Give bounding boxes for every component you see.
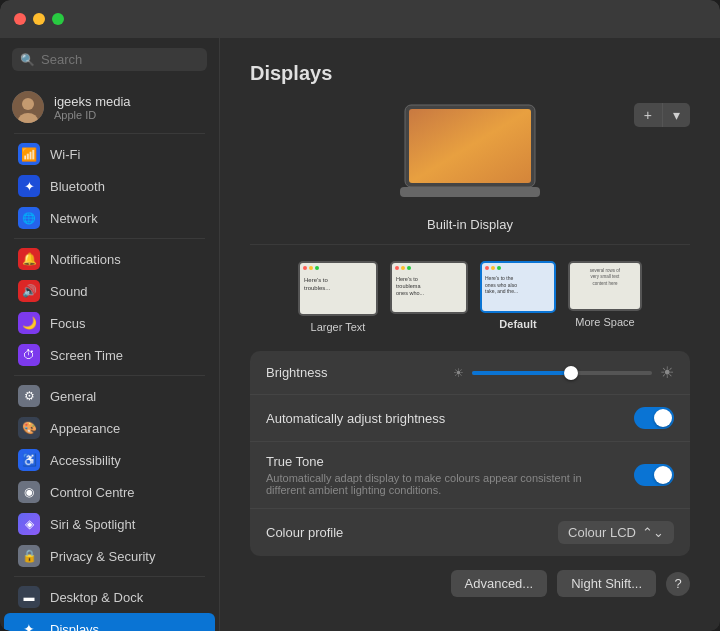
wifi-icon: 📶: [18, 143, 40, 165]
search-icon: 🔍: [20, 53, 35, 67]
titlebar: [0, 0, 720, 38]
brightness-slider[interactable]: [472, 371, 652, 375]
desktopdock-icon: ▬: [18, 586, 40, 608]
controlcentre-icon: ◉: [18, 481, 40, 503]
privacy-icon: 🔒: [18, 545, 40, 567]
sidebar-item-siri[interactable]: ◈ Siri & Spotlight: [4, 508, 215, 540]
focus-icon: 🌙: [18, 312, 40, 334]
sidebar-item-label: Appearance: [50, 421, 120, 436]
resolution-option-larger-text[interactable]: Here's totroubles... Larger Text: [298, 261, 378, 333]
advanced-button[interactable]: Advanced...: [451, 570, 548, 597]
sidebar-item-privacy[interactable]: 🔒 Privacy & Security: [4, 540, 215, 572]
night-shift-button[interactable]: Night Shift...: [557, 570, 656, 597]
search-input[interactable]: [41, 52, 199, 67]
notifications-icon: 🔔: [18, 248, 40, 270]
brightness-high-icon: ☀: [660, 363, 674, 382]
sidebar-item-general[interactable]: ⚙ General: [4, 380, 215, 412]
resolution-option-default[interactable]: Here's to theones who alsotake, and the.…: [480, 261, 556, 333]
minimize-button[interactable]: [33, 13, 45, 25]
divider: [14, 238, 205, 239]
laptop-preview: [400, 103, 540, 207]
brightness-slider-container: ☀ ☀: [453, 363, 674, 382]
auto-brightness-toggle[interactable]: [634, 407, 674, 429]
sound-icon: 🔊: [18, 280, 40, 302]
sidebar-item-label: Control Centre: [50, 485, 135, 500]
sidebar-item-label: Network: [50, 211, 98, 226]
sidebar-item-label: Displays: [50, 622, 99, 632]
content-area: 🔍 igeeks media App: [0, 38, 720, 631]
help-button[interactable]: ?: [666, 572, 690, 596]
sidebar-item-label: Siri & Spotlight: [50, 517, 135, 532]
displays-icon: ✦: [18, 618, 40, 631]
settings-section: Brightness ☀ ☀ Automatically adjust brig…: [250, 351, 690, 556]
colour-profile-dropdown[interactable]: Colour LCD ⌃⌄: [558, 521, 674, 544]
user-name: igeeks media: [54, 94, 131, 109]
traffic-lights: [14, 13, 64, 25]
true-tone-label: True Tone: [266, 454, 616, 469]
brightness-row: Brightness ☀ ☀: [250, 351, 690, 395]
appearance-icon: 🎨: [18, 417, 40, 439]
display-dropdown-button[interactable]: ▾: [663, 103, 690, 127]
sidebar-item-desktopdock[interactable]: ▬ Desktop & Dock: [4, 581, 215, 613]
sidebar-item-notifications[interactable]: 🔔 Notifications: [4, 243, 215, 275]
colour-profile-label: Colour profile: [266, 525, 343, 540]
sidebar-item-label: Screen Time: [50, 348, 123, 363]
display-controls: + ▾: [634, 103, 690, 127]
bluetooth-icon: ✦: [18, 175, 40, 197]
sidebar-item-focus[interactable]: 🌙 Focus: [4, 307, 215, 339]
maximize-button[interactable]: [52, 13, 64, 25]
accessibility-icon: ♿: [18, 449, 40, 471]
sidebar-item-accessibility[interactable]: ♿ Accessibility: [4, 444, 215, 476]
sidebar-items: igeeks media Apple ID 📶 Wi-Fi ✦: [0, 81, 219, 631]
close-button[interactable]: [14, 13, 26, 25]
svg-point-1: [22, 98, 34, 110]
sidebar-item-screentime[interactable]: ⏱ Screen Time: [4, 339, 215, 371]
svg-rect-4: [409, 109, 531, 183]
resolution-option-2[interactable]: Here's totroublemaones who...: [390, 261, 468, 333]
dropdown-arrow-icon: ⌃⌄: [642, 525, 664, 540]
resolution-label-more-space: More Space: [575, 316, 634, 328]
general-icon: ⚙: [18, 385, 40, 407]
user-info: igeeks media Apple ID: [54, 94, 131, 121]
resolution-label-default: Default: [499, 318, 536, 330]
sidebar-item-label: Bluetooth: [50, 179, 105, 194]
search-container: 🔍: [0, 38, 219, 81]
sidebar-item-label: Focus: [50, 316, 85, 331]
sidebar-item-label: Notifications: [50, 252, 121, 267]
sidebar-item-label: Accessibility: [50, 453, 121, 468]
colour-profile-row: Colour profile Colour LCD ⌃⌄: [250, 509, 690, 556]
sidebar-item-displays[interactable]: ✦ Displays: [4, 613, 215, 631]
sidebar-item-bluetooth[interactable]: ✦ Bluetooth: [4, 170, 215, 202]
search-box[interactable]: 🔍: [12, 48, 207, 71]
sidebar-item-network[interactable]: 🌐 Network: [4, 202, 215, 234]
system-settings-window: 🔍 igeeks media App: [0, 0, 720, 631]
resolution-label-larger: Larger Text: [311, 321, 366, 333]
true-tone-info: True Tone Automatically adapt display to…: [266, 454, 616, 496]
sidebar-item-label: Wi-Fi: [50, 147, 80, 162]
true-tone-sublabel: Automatically adapt display to make colo…: [266, 472, 616, 496]
bottom-row: Advanced... Night Shift... ?: [250, 570, 690, 597]
sidebar-item-appearance[interactable]: 🎨 Appearance: [4, 412, 215, 444]
sidebar-item-label: Sound: [50, 284, 88, 299]
sidebar-item-sound[interactable]: 🔊 Sound: [4, 275, 215, 307]
network-icon: 🌐: [18, 207, 40, 229]
divider: [14, 576, 205, 577]
resolution-option-more-space[interactable]: several rows ofvery small textcontent he…: [568, 261, 642, 333]
sidebar-item-wifi[interactable]: 📶 Wi-Fi: [4, 138, 215, 170]
main-content: Displays + ▾: [220, 38, 720, 631]
divider: [14, 375, 205, 376]
sidebar-item-label: Desktop & Dock: [50, 590, 143, 605]
resolution-picker: Here's totroubles... Larger Text Here's …: [250, 261, 690, 333]
divider: [14, 133, 205, 134]
brightness-label: Brightness: [266, 365, 327, 380]
screentime-icon: ⏱: [18, 344, 40, 366]
true-tone-toggle[interactable]: [634, 464, 674, 486]
user-profile-item[interactable]: igeeks media Apple ID: [0, 85, 219, 129]
sidebar-item-label: General: [50, 389, 96, 404]
auto-brightness-label: Automatically adjust brightness: [266, 411, 445, 426]
siri-icon: ◈: [18, 513, 40, 535]
display-name: Built-in Display: [427, 217, 513, 232]
add-display-button[interactable]: +: [634, 103, 663, 127]
sidebar-item-controlcentre[interactable]: ◉ Control Centre: [4, 476, 215, 508]
page-title: Displays: [250, 62, 690, 85]
